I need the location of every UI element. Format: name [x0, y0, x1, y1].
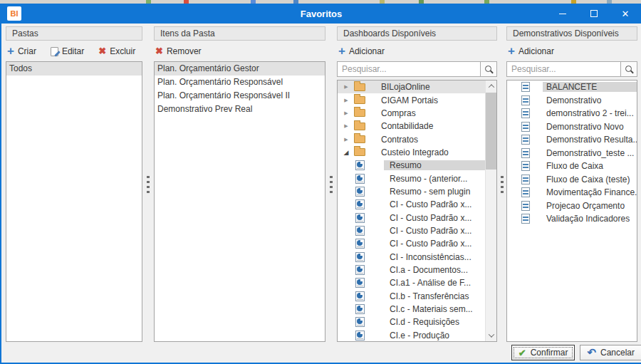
demonstrativos-list[interactable]: BALANCETEDemonstrativodemonstrativo 2 - …	[506, 80, 637, 342]
tree-node[interactable]: CI - Custo Padrão x...	[338, 237, 485, 250]
list-item-label: Demonstrativo Novo	[543, 122, 637, 132]
excluir-button[interactable]: ✖ Excluir	[98, 46, 135, 56]
chevron-up-icon	[488, 84, 494, 90]
scrollbar-thumb[interactable]	[486, 93, 496, 170]
dashboard-icon	[355, 291, 365, 301]
expand-icon[interactable]: ▶	[341, 123, 351, 129]
minimize-button[interactable]	[547, 4, 578, 24]
expand-icon[interactable]: ▶	[341, 137, 351, 142]
demonstrativos-search	[506, 61, 637, 77]
list-item[interactable]: Demonstrativo_teste ...	[507, 147, 637, 160]
search-icon	[485, 66, 491, 72]
tree-node[interactable]: CI.a1 - Análise de F...	[338, 276, 485, 289]
list-item[interactable]: Validação Indicadores	[507, 212, 637, 226]
close-icon: ✕	[622, 9, 630, 19]
undo-arrow-icon: ↶	[587, 348, 596, 357]
tree-node[interactable]: CI - Custo Padrão x...	[338, 198, 485, 211]
excluir-label: Excluir	[110, 46, 135, 56]
list-item[interactable]: Demonstrativo Novo	[507, 120, 637, 134]
dashboards-search-button[interactable]	[480, 62, 496, 76]
list-item[interactable]: Plan. Orçamentário Responsável	[155, 76, 325, 89]
confirmar-button[interactable]: ✔ Confirmar	[511, 345, 575, 360]
demonstrativos-toolbar: + Adicionar	[506, 43, 637, 60]
splitter	[497, 26, 506, 344]
tree-node[interactable]: CI.e - Produção	[338, 329, 485, 341]
dashboard-icon	[355, 304, 365, 314]
panel-dashboards-caption: Dashboards Disponíveis	[337, 26, 497, 41]
folder-icon	[354, 96, 365, 104]
tree-node[interactable]: Resumo - (anterior...	[338, 172, 485, 184]
dashboards-tree-rows: ▶BILojaOnline▶CIGAM Portais▶Compras▶Cont…	[338, 80, 485, 341]
tree-node[interactable]: CI - Custo Padrão x...	[338, 224, 485, 237]
expand-icon[interactable]: ▶	[341, 84, 351, 90]
report-icon	[521, 175, 530, 184]
report-icon	[521, 201, 530, 211]
tree-node[interactable]: Resumo - sem plugin	[338, 185, 485, 198]
splitter-grip-icon[interactable]	[501, 176, 504, 195]
window-title: Favoritos	[1, 9, 641, 19]
tree-node-label: Resumo - (anterior...	[384, 174, 473, 184]
list-item[interactable]: Todos	[6, 62, 142, 76]
pastas-list[interactable]: Todos	[6, 61, 142, 342]
scroll-up-button[interactable]	[486, 80, 496, 92]
titlebar[interactable]: BI Favoritos ✕	[1, 4, 641, 24]
demonstrativos-search-button[interactable]	[620, 62, 637, 76]
splitter-grip-icon[interactable]	[147, 176, 150, 195]
remover-button[interactable]: ✖ Remover	[155, 46, 202, 56]
tree-node[interactable]: ▶Contabilidade	[338, 120, 485, 132]
maximize-button[interactable]	[578, 4, 610, 24]
list-item[interactable]: Fluxo de Caixa (teste)	[507, 173, 637, 187]
tree-node[interactable]: ▶BILojaOnline	[338, 80, 485, 93]
confirmar-label: Confirmar	[531, 348, 568, 358]
splitter-grip-icon[interactable]	[330, 176, 333, 195]
adicionar-dashboard-button[interactable]: + Adicionar	[338, 46, 385, 56]
cancelar-button[interactable]: ↶ Cancelar	[580, 345, 641, 360]
demonstrativos-search-input[interactable]	[507, 62, 620, 76]
list-item[interactable]: Plan. Orçamentário Responsável II	[155, 89, 325, 103]
scroll-down-button[interactable]	[486, 330, 496, 341]
list-item[interactable]: Plan. Orçamentário Gestor	[155, 62, 325, 76]
dashboards-search	[337, 61, 497, 77]
criar-button[interactable]: + Criar	[7, 46, 36, 56]
panel-dashboards-content: + Adicionar ▶BILojaOnline▶CIGAM Portais▶…	[337, 41, 497, 344]
tree-node[interactable]: Resumo	[338, 159, 485, 172]
itens-list[interactable]: Plan. Orçamentário GestorPlan. Orçamentá…	[154, 61, 325, 342]
tree-node[interactable]: ▶CIGAM Portais	[338, 93, 485, 106]
tree-scrollbar[interactable]	[485, 80, 496, 341]
tree-node[interactable]: ▶Compras	[338, 107, 485, 120]
red-x-icon: ✖	[155, 46, 163, 56]
adicionar-demonstrativo-button[interactable]: + Adicionar	[508, 46, 554, 56]
list-item-label: Fluxo de Caixa (teste)	[543, 175, 637, 184]
list-item[interactable]: Demonstrativo Prev Real	[155, 103, 325, 116]
report-icon	[521, 108, 530, 118]
dashboards-search-input[interactable]	[338, 62, 480, 76]
list-item[interactable]: Projecao Orçamento	[507, 199, 637, 213]
tree-node[interactable]: CI - Custo Padrão x...	[338, 211, 485, 224]
dashboard-icon	[355, 226, 365, 236]
tree-node[interactable]: ▶Contratos	[338, 132, 485, 145]
tree-node[interactable]: CI.d - Requisições	[338, 316, 485, 328]
adicionar-label: Adicionar	[349, 46, 385, 56]
expand-icon[interactable]: ▶	[341, 110, 351, 116]
tree-node-label: CI.e - Produção	[384, 331, 455, 340]
expand-icon[interactable]: ▶	[341, 98, 351, 103]
dashboard-icon	[355, 265, 365, 275]
tree-node[interactable]: CI.c - Materiais sem...	[338, 303, 485, 316]
close-button[interactable]: ✕	[610, 4, 641, 24]
list-item[interactable]: demonstrativo 2 - trei...	[507, 107, 637, 120]
tree-node[interactable]: ◢Custeio Integrado	[338, 146, 485, 159]
list-item[interactable]: BALANCETE	[507, 80, 637, 94]
list-item[interactable]: Movimentação Finance...	[507, 186, 637, 199]
tree-node[interactable]: CI - Inconsistências...	[338, 250, 485, 263]
tree-node[interactable]: CI.a - Documentos...	[338, 264, 485, 276]
editar-button[interactable]: Editar	[51, 46, 84, 56]
red-x-icon: ✖	[98, 46, 106, 56]
list-item[interactable]: Demonstrativo Resulta...	[507, 133, 637, 147]
app-logo: BI	[7, 6, 21, 21]
collapse-icon[interactable]: ◢	[341, 149, 351, 156]
tree-node[interactable]: CI.b - Transferências	[338, 290, 485, 303]
list-item[interactable]: Fluxo de Caixa	[507, 160, 637, 173]
report-icon	[521, 187, 530, 197]
tree-node-label: Contratos	[375, 135, 424, 145]
list-item[interactable]: Demonstrativo	[507, 94, 637, 108]
